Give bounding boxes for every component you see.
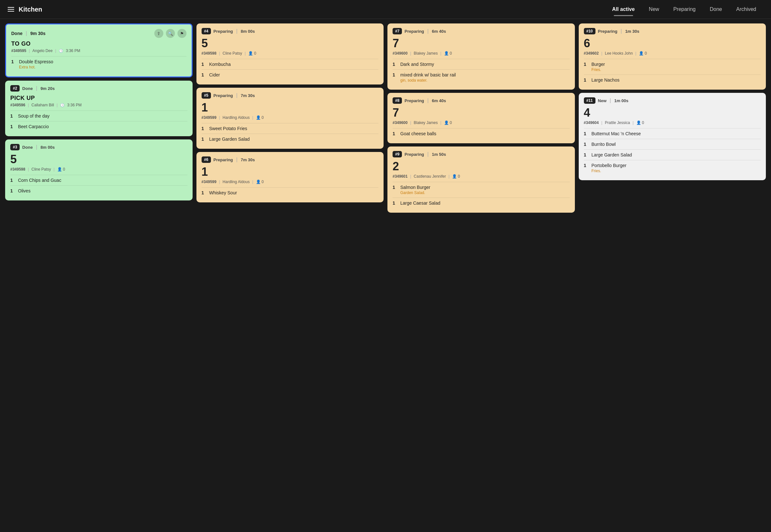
order-item: 1 Large Caesar Salad [393,198,570,208]
item-qty: 1 [584,62,589,67]
card-timer-7: 6m 40s [432,29,446,34]
card-status-1: Done [11,31,22,36]
column-1: Done | 9m 30s ⇧ 🔍 ⚑ TO GO #349595 | Ange… [5,23,192,213]
card-count-5: 1 [202,102,379,113]
item-name: Goat cheese balls [400,131,436,136]
item-qty: 1 [202,72,206,77]
order-card-10[interactable]: #10 Preparing | 1m 30s 6 #349602 | Lee H… [579,23,766,90]
item-name: Large Caesar Salad [400,200,440,206]
order-card-7[interactable]: #7 Preparing | 6m 40s 7 #349600 | Blakey… [387,23,575,90]
card-actions-1: ⇧ 🔍 ⚑ [154,29,186,38]
order-card-4[interactable]: #4 Preparing | 8m 00s 5 #349598 | Cline … [197,23,384,84]
order-time-2: 3:36 PM [67,103,82,107]
item-name: Cider [209,72,220,77]
card-header-9: #9 Preparing | 1m 50s [393,151,570,157]
order-item: 1 Large Garden Salad [202,134,379,144]
card-count-6: 1 [202,166,379,178]
order-card-2[interactable]: #2 Done | 9m 20s PICK UP #349596 | Calla… [5,81,192,136]
card-meta-10: #349602 | Lee Hooks John | 👤 0 [584,51,761,56]
card-count-8: 7 [393,107,570,119]
order-card-1[interactable]: Done | 9m 30s ⇧ 🔍 ⚑ TO GO #349595 | Ange… [5,23,192,77]
item-qty: 1 [10,188,15,193]
order-time-1: 3:36 PM [66,49,80,53]
card-header-4: #4 Preparing | 8m 00s [202,28,379,34]
nav-archived[interactable]: Archived [729,4,763,15]
people-icon-4: 👤 0 [248,51,256,56]
order-card-3[interactable]: #3 Done | 8m 00s 5 #349598 | Cline Patsy… [5,139,192,200]
card-badge-7: #7 [393,28,402,34]
card-meta-9: #349601 | Castlenau Jennifer | 👤 0 [393,174,570,179]
order-item: 1 Large Nachos [584,75,761,85]
order-id-11: #349604 [584,120,599,125]
customer-name-1: Angelo Dee [32,49,53,53]
item-name: Beet Carpaccio [18,124,49,129]
order-id-4: #349598 [202,51,217,56]
card-meta-4: #349598 | Cline Patsy | 👤 0 [202,51,379,56]
order-item: 1 Corn Chips and Guac [10,175,187,185]
customer-name-11: Prattle Jessica [605,120,630,125]
order-card-9[interactable]: #9 Preparing | 1m 50s 2 #349601 | Castle… [387,146,575,213]
card-meta-6: #349599 | Hardling Aldous | 👤 0 [202,180,379,184]
order-card-6[interactable]: #6 Preparing | 7m 30s 1 #349599 | Hardli… [197,152,384,202]
nav-new[interactable]: New [642,4,666,15]
order-item: 1 Whiskey Sour [202,187,379,198]
order-card-11[interactable]: #11 New | 1m 00s 4 #349604 | Prattle Jes… [579,93,766,180]
nav-done[interactable]: Done [703,4,729,15]
item-qty: 1 [584,163,589,168]
item-name: Salmon Burger [400,185,430,190]
order-item: 1 Kombucha [202,59,379,69]
card-status-4: Preparing [214,29,233,34]
item-qty: 1 [393,72,397,77]
card-timer-4: 8m 00s [241,29,255,34]
card-meta-3: #349598 | Cline Patsy | 👤 0 [10,167,187,172]
card-status-5: Preparing [214,93,233,98]
card-header-6: #6 Preparing | 7m 30s [202,156,379,163]
item-note: gin, soda water. [400,78,456,83]
order-card-8[interactable]: #8 Preparing | 6m 40s 7 #349600 | Blakey… [387,93,575,143]
order-id-7: #349600 [393,51,408,56]
card-count-10: 6 [584,38,761,49]
card-meta-2: #349596 | Callaham Bill | 🕓 3:36 PM [10,103,187,107]
order-id-6: #349599 [202,180,217,184]
item-note: Extra hot. [19,65,53,69]
card-count-11: 4 [584,107,761,119]
item-qty: 1 [10,178,15,183]
card-header-11: #11 New | 1m 00s [584,97,761,104]
item-qty: 1 [10,113,15,119]
card-status-10: Preparing [598,29,618,34]
order-item: 1 Double Espresso Extra hot. [11,56,186,72]
item-qty: 1 [10,124,15,129]
item-qty: 1 [202,137,206,142]
search-icon[interactable]: 🔍 [166,29,175,38]
card-timer-5: 7m 30s [241,93,255,98]
order-id-3: #349598 [10,167,25,172]
menu-icon[interactable] [8,7,14,12]
card-meta-5: #349599 | Hardling Aldous | 👤 0 [202,115,379,120]
item-qty: 1 [11,59,16,64]
order-card-5[interactable]: #5 Preparing | 7m 30s 1 #349599 | Hardli… [197,88,384,149]
people-icon-7: 👤 0 [444,51,452,56]
item-name: Large Garden Salad [209,137,250,142]
customer-name-6: Hardling Aldous [223,180,250,184]
card-meta-7: #349600 | Blakey James | 👤 0 [393,51,570,56]
customer-name-2: Callaham Bill [31,103,54,107]
people-icon-10: 👤 0 [639,51,647,56]
card-count-3: 5 [10,154,187,165]
card-timer-8: 6m 40s [432,98,446,103]
item-name: Corn Chips and Guac [18,178,61,183]
header-left: Kitchen [8,6,42,13]
card-timer-11: 1m 00s [614,98,628,103]
card-header-3: #3 Done | 8m 00s [10,144,187,150]
card-badge-6: #6 [202,156,211,163]
order-item: 1 Dark and Stormy [393,59,570,69]
card-header-8: #8 Preparing | 6m 40s [393,97,570,104]
upload-icon[interactable]: ⇧ [154,29,163,38]
flag-icon[interactable]: ⚑ [177,29,186,38]
nav-all-active[interactable]: All active [605,4,642,15]
order-id-9: #349601 [393,174,408,179]
nav-preparing[interactable]: Preparing [666,4,703,15]
column-3: #7 Preparing | 6m 40s 7 #349600 | Blakey… [387,23,575,213]
card-header-7: #7 Preparing | 6m 40s [393,28,570,34]
card-timer-6: 7m 30s [241,157,255,162]
card-timer-2: 9m 20s [40,86,55,91]
